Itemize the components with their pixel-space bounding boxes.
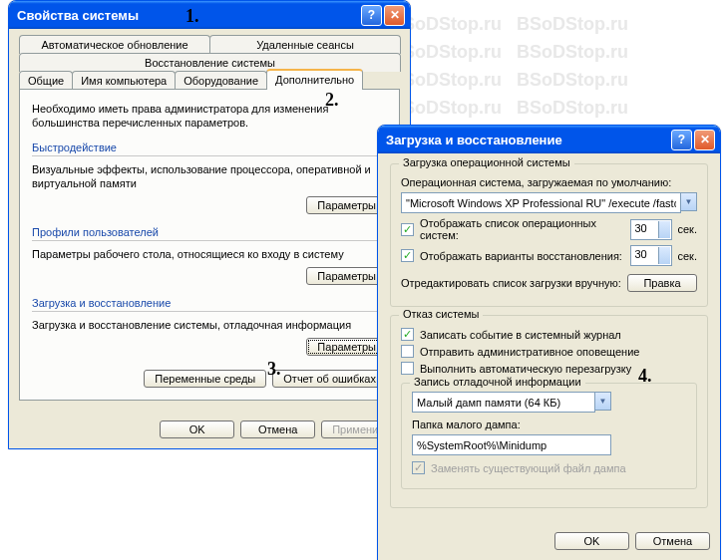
startup-desc: Загрузка и восстановление системы, отлад… [32,318,387,332]
os-list-seconds-spinner[interactable]: 30 [630,219,672,240]
overwrite-label: Заменять существующий файл дампа [431,462,626,474]
help-button[interactable]: ? [671,130,692,150]
window-title: Свойства системы [17,8,361,23]
divider [32,311,387,312]
titlebar[interactable]: Свойства системы ? ✕ [9,1,410,29]
tab-computer-name[interactable]: Имя компьютера [72,71,176,90]
debug-info-fieldset: Запись отладочной информации ▼ Папка мал… [401,383,697,489]
tab-advanced[interactable]: Дополнительно [266,69,363,90]
tab-auto-update[interactable]: Автоматическое обновление [19,35,210,54]
send-alert-label: Отправить административное оповещение [420,346,639,358]
auto-restart-checkbox[interactable] [401,362,414,375]
intro-text: Необходимо иметь права администратора дл… [32,102,387,130]
tab-remote[interactable]: Удаленные сеансы [209,35,401,54]
titlebar[interactable]: Загрузка и восстановление ? ✕ [378,126,720,153]
help-button[interactable]: ? [361,5,382,26]
overwrite-checkbox: ✓ [412,461,425,474]
show-recovery-checkbox[interactable]: ✓ [401,249,414,262]
seconds-unit: сек. [678,250,698,262]
edit-boot-button[interactable]: Правка [627,274,697,292]
failure-legend: Отказ системы [399,308,483,320]
profiles-desc: Параметры рабочего стола, относящиеся ко… [32,247,387,261]
show-os-list-checkbox[interactable]: ✓ [401,223,414,236]
debug-info-legend: Запись отладочной информации [410,376,585,388]
profiles-title: Профили пользователей [32,226,387,238]
show-recovery-label: Отображать варианты восстановления: [420,250,624,262]
default-os-label: Операционная система, загружаемая по умо… [401,176,697,188]
close-button[interactable]: ✕ [694,130,715,150]
startup-title: Загрузка и восстановление [32,297,387,309]
chevron-down-icon[interactable]: ▼ [680,192,697,211]
tab-hardware[interactable]: Оборудование [175,71,267,90]
tab-general[interactable]: Общие [19,71,73,90]
divider [32,155,387,156]
dump-folder-label: Папка малого дампа: [412,419,686,430]
default-os-select[interactable] [401,192,681,213]
perf-title: Быстродействие [32,141,387,153]
env-vars-button[interactable]: Переменные среды [144,370,266,388]
window-title: Загрузка и восстановление [386,133,671,147]
show-os-list-label: Отображать список операционных систем: [420,217,624,241]
divider [32,240,387,241]
boot-fieldset: Загрузка операционной системы Операционн… [390,163,708,307]
dump-type-select[interactable] [412,392,595,413]
perf-desc: Визуальные эффекты, использование процес… [32,162,387,190]
startup-recovery-window: Загрузка и восстановление ? ✕ Загрузка о… [377,125,721,560]
send-alert-checkbox[interactable] [401,345,414,358]
auto-restart-label: Выполнить автоматическую перезагрузку [420,363,631,375]
error-report-button[interactable]: Отчет об ошибках [272,370,387,388]
chevron-down-icon[interactable]: ▼ [594,392,611,411]
failure-fieldset: Отказ системы ✓ Записать событие в систе… [390,315,708,508]
write-event-label: Записать событие в системный журнал [420,329,621,341]
perf-settings-button[interactable]: Параметры [306,196,387,214]
recovery-seconds-spinner[interactable]: 30 [630,245,672,266]
startup-settings-button[interactable]: Параметры [306,338,387,356]
edit-boot-label: Отредактировать список загрузки вручную: [401,277,621,289]
dump-folder-input[interactable] [412,434,611,455]
seconds-unit: сек. [678,223,698,235]
system-properties-window: Свойства системы ? ✕ Автоматическое обно… [8,0,411,449]
ok-button[interactable]: OK [554,532,629,550]
close-button[interactable]: ✕ [384,5,405,26]
profiles-settings-button[interactable]: Параметры [306,267,387,285]
boot-legend: Загрузка операционной системы [399,156,574,168]
ok-button[interactable]: OK [160,420,234,438]
cancel-button[interactable]: Отмена [240,420,315,438]
write-event-checkbox[interactable]: ✓ [401,328,414,341]
cancel-button[interactable]: Отмена [635,532,710,550]
